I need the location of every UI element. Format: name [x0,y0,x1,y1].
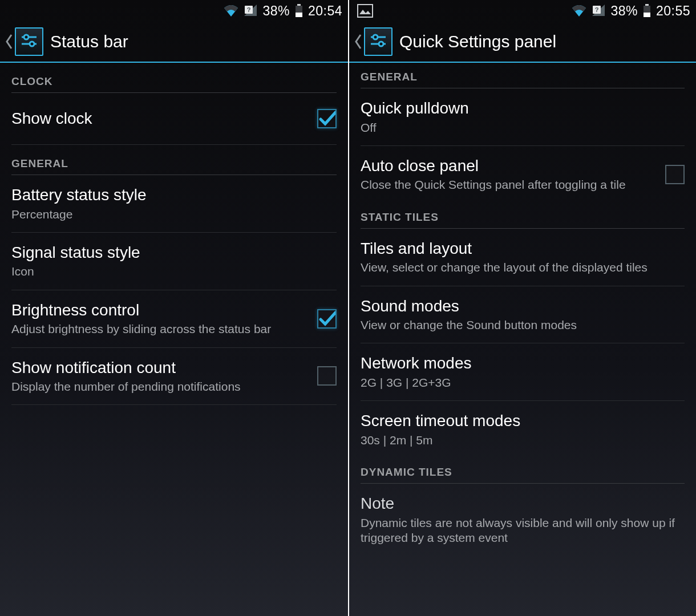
row-title: Brightness control [11,301,309,320]
battery-icon [294,4,304,18]
svg-point-6 [24,35,29,39]
svg-text:?: ? [595,6,599,13]
category-dynamic-tiles: DYNAMIC TILES [361,458,685,484]
checkbox[interactable] [665,165,685,184]
row-subtitle: Adjust brightness by sliding across the … [11,322,309,337]
row-subtitle: View or change the Sound button modes [361,318,677,333]
row-title: Note [361,494,677,513]
row-subtitle: 2G | 3G | 2G+3G [361,375,677,390]
row-screen-timeout-modes[interactable]: Screen timeout modes 30s | 2m | 5m [361,401,685,458]
category-static-tiles: STATIC TILES [361,203,685,229]
row-title: Screen timeout modes [361,411,677,431]
svg-point-18 [379,42,383,46]
row-title: Quick pulldown [361,99,677,118]
settings-list[interactable]: CLOCK Show clock GENERAL Battery status … [0,63,348,405]
clock-text: 20:54 [308,3,342,19]
row-title: Sound modes [361,297,677,316]
settings-list[interactable]: GENERAL Quick pulldown Off Auto close pa… [349,63,696,556]
row-brightness-control[interactable]: Brightness control Adjust brightness by … [11,290,337,348]
wifi-icon [224,5,238,17]
category-general: GENERAL [11,145,337,175]
picture-icon [357,4,373,18]
signal-no-sim-icon: ? [591,5,606,17]
row-title: Tiles and layout [361,239,677,258]
row-subtitle: View, select or change the layout of the… [361,260,677,275]
row-network-modes[interactable]: Network modes 2G | 3G | 2G+3G [361,343,685,401]
settings-icon [15,27,43,56]
svg-rect-14 [644,13,650,17]
row-tiles-and-layout[interactable]: Tiles and layout View, select or change … [361,229,685,286]
category-general: GENERAL [361,63,685,88]
row-sound-modes[interactable]: Sound modes View or change the Sound but… [361,286,685,344]
battery-percent: 38% [262,3,290,19]
page-title: Status bar [50,32,128,51]
row-show-notification-count[interactable]: Show notification count Display the numb… [11,348,337,406]
settings-icon [364,27,392,56]
row-title: Battery status style [11,185,329,205]
svg-rect-12 [645,4,649,6]
battery-icon [642,4,652,18]
svg-rect-9 [358,5,373,17]
clock-text: 20:55 [656,3,690,19]
row-title: Show notification count [11,358,309,378]
row-dynamic-note: Note Dynamic tiles are not always visibl… [361,484,685,556]
row-subtitle: Close the Quick Settings panel after tog… [361,177,657,192]
category-clock: CLOCK [11,63,337,93]
battery-percent: 38% [610,3,638,19]
screenshot-right: ? 38% 20:55 Quick Settings panel GENERAL… [348,0,696,616]
back-icon[interactable] [5,34,14,50]
svg-rect-4 [296,13,302,17]
row-auto-close-panel[interactable]: Auto close panel Close the Quick Setting… [361,146,685,203]
checkbox[interactable] [317,309,337,329]
checkbox[interactable] [317,109,337,128]
row-subtitle: Dynamic tiles are not always visible and… [361,516,677,546]
svg-point-16 [373,35,378,39]
system-status-bar: ? 38% 20:55 [349,0,696,22]
row-show-clock[interactable]: Show clock [11,93,337,145]
action-bar[interactable]: Status bar [0,22,348,63]
svg-rect-2 [297,4,301,6]
row-title: Show clock [11,109,309,128]
row-title: Network modes [361,354,677,373]
checkbox[interactable] [317,366,337,386]
row-subtitle: Off [361,120,677,135]
wifi-icon [572,5,586,17]
svg-text:?: ? [247,6,251,13]
row-subtitle: Percentage [11,207,329,222]
signal-no-sim-icon: ? [243,5,258,17]
row-subtitle: Icon [11,264,329,279]
action-bar[interactable]: Quick Settings panel [349,22,696,63]
screenshot-left: ? 38% 20:54 Status bar CLOCK Show clock [0,0,348,616]
row-quick-pulldown[interactable]: Quick pulldown Off [361,88,685,146]
system-status-bar: ? 38% 20:54 [0,0,348,22]
row-subtitle: 30s | 2m | 5m [361,433,677,448]
row-title: Signal status style [11,243,329,262]
page-title: Quick Settings panel [399,32,556,51]
row-title: Auto close panel [361,156,657,176]
row-subtitle: Display the number of pending notificati… [11,379,309,394]
row-signal-status-style[interactable]: Signal status style Icon [11,233,337,290]
back-icon[interactable] [354,34,363,50]
svg-point-8 [30,42,34,46]
row-battery-status-style[interactable]: Battery status style Percentage [11,175,337,233]
